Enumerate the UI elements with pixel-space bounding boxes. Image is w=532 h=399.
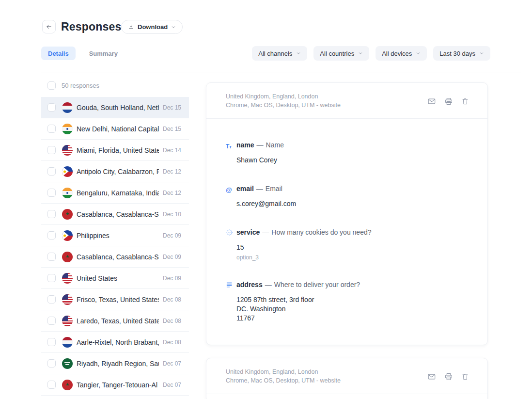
row-checkbox[interactable] (47, 295, 56, 303)
response-location: Casablanca, Casablanca-Sett… (77, 210, 159, 218)
download-button[interactable]: Download (121, 20, 183, 34)
response-list-item[interactable]: Miami, Florida, United StatesDec 14 (41, 140, 189, 161)
field-question: Email (266, 185, 282, 192)
response-list-item[interactable]: Gouda, South Holland, Netherl…Dec 15 (41, 97, 189, 118)
row-checkbox[interactable] (47, 338, 56, 346)
field-service: service—How many cookies do you need?15o… (226, 228, 468, 261)
delete-response-icon[interactable] (461, 372, 469, 381)
row-checkbox[interactable] (47, 253, 56, 261)
chevron-down-icon (296, 51, 301, 56)
flag-us-icon (62, 145, 73, 156)
row-checkbox[interactable] (47, 317, 56, 325)
row-checkbox[interactable] (47, 381, 56, 389)
delete-response-icon[interactable] (461, 97, 469, 106)
response-date: Dec 14 (163, 147, 181, 154)
field-address: address—Where to deliver your order?1205… (226, 281, 468, 323)
response-card: United Kingdom, England, LondonChrome, M… (206, 82, 488, 345)
field-name: Tтname—NameShawn Corey (226, 141, 468, 165)
download-label: Download (138, 23, 168, 31)
row-checkbox[interactable] (47, 189, 56, 197)
response-location: Philippines (77, 232, 159, 239)
print-response-icon[interactable] (444, 97, 453, 106)
row-checkbox[interactable] (47, 103, 56, 112)
response-date: Dec 15 (163, 104, 181, 111)
field-label: email—Email (236, 185, 468, 192)
response-list-item[interactable]: United StatesDec 09 (41, 268, 189, 289)
back-button[interactable] (42, 20, 56, 33)
field-answer: DC. Washington (236, 304, 468, 314)
response-location: Frisco, Texas, United States (77, 296, 159, 303)
email-response-icon[interactable] (427, 97, 436, 106)
flag-ph-icon (62, 230, 73, 241)
response-location: Bengaluru, Karnataka, India (77, 189, 159, 197)
card-header: United Kingdom, England, LondonChrome, M… (206, 358, 487, 394)
responses-list: 50 responses Gouda, South Holland, Nethe… (41, 78, 189, 396)
response-list-item[interactable]: Laredo, Texas, United StatesDec 08 (41, 310, 189, 332)
response-detail-panel: United Kingdom, England, LondonChrome, M… (206, 82, 488, 399)
card-actions (427, 97, 469, 106)
response-list-item[interactable]: Riyadh, Riyadh Region, Saudi …Dec 07 (41, 353, 189, 374)
response-list-item[interactable]: PhilippinesDec 09 (41, 225, 189, 246)
response-list-item[interactable]: New Delhi, National Capital Ter…Dec 15 (41, 118, 189, 140)
field-email: @email—Emails.corey@gmail.com (226, 185, 468, 208)
response-date: Dec 08 (163, 296, 181, 303)
field-separator: — (262, 228, 269, 236)
chevron-down-icon (479, 51, 484, 56)
row-checkbox[interactable] (47, 167, 56, 176)
tab-details[interactable]: Details (41, 47, 76, 60)
row-checkbox[interactable] (47, 125, 56, 133)
select-all-checkbox[interactable] (47, 81, 56, 90)
filter-all-channels[interactable]: All channels (252, 46, 307, 61)
card-body (206, 394, 487, 399)
card-header: United Kingdom, England, LondonChrome, M… (206, 83, 487, 119)
flag-in-icon (62, 188, 73, 198)
response-date: Dec 08 (163, 339, 181, 346)
response-list-item[interactable]: ★Casablanca, Casablanca-Sett…Dec 10 (41, 204, 189, 225)
filter-last-30-days[interactable]: Last 30 days (433, 46, 490, 61)
field-separator: — (256, 185, 263, 192)
text-field-icon: Tт (226, 142, 232, 150)
field-answer: 11767 (236, 314, 468, 323)
filter-label: Last 30 days (439, 50, 475, 57)
email-response-icon[interactable] (427, 372, 436, 381)
respondent-meta: United Kingdom, England, LondonChrome, M… (226, 368, 341, 385)
response-list-item[interactable]: Aarle-Rixtel, North Brabant, N…Dec 08 (41, 332, 189, 353)
response-location: Tangier, Tanger-Tetouan-Al Ho… (77, 381, 159, 389)
back-arrow-icon (46, 23, 52, 30)
response-list-item[interactable]: Frisco, Texas, United StatesDec 08 (41, 289, 189, 310)
field-key: name (236, 141, 254, 149)
response-date: Dec 09 (163, 275, 181, 282)
row-checkbox[interactable] (47, 146, 56, 154)
long-text-field-icon (226, 281, 233, 288)
filter-all-devices[interactable]: All devices (376, 46, 427, 61)
flag-ma-icon: ★ (62, 380, 73, 390)
list-header: 50 responses (41, 78, 189, 93)
response-list-item[interactable]: Antipolo City, Calabarzon, Phili…Dec 12 (41, 161, 189, 182)
responses-count: 50 responses (62, 82, 99, 89)
filter-label: All devices (382, 50, 412, 57)
response-card: United Kingdom, England, LondonChrome, M… (206, 358, 488, 399)
response-date: Dec 08 (163, 318, 181, 324)
tab-summary[interactable]: Summary (82, 47, 125, 60)
response-list-item[interactable]: ★Casablanca, Casablanca-Sett…Dec 09 (41, 246, 189, 268)
flag-ma-icon: ★ (62, 209, 73, 220)
row-checkbox[interactable] (47, 274, 56, 282)
print-response-icon[interactable] (444, 372, 453, 381)
response-list-item[interactable]: ★Tangier, Tanger-Tetouan-Al Ho…Dec 07 (41, 374, 189, 396)
response-list-item[interactable]: Bengaluru, Karnataka, IndiaDec 12 (41, 182, 189, 204)
flag-nl-icon (62, 337, 73, 348)
row-checkbox[interactable] (47, 210, 56, 218)
response-location: Casablanca, Casablanca-Sett… (77, 253, 159, 261)
row-checkbox[interactable] (47, 359, 56, 367)
filter-bar: All channelsAll countriesAll devicesLast… (252, 46, 490, 61)
flag-nl-icon (62, 102, 73, 113)
email-field-icon: @ (226, 185, 232, 194)
flag-sa-icon (62, 358, 73, 369)
response-date: Dec 12 (163, 168, 181, 175)
field-label: address—Where to deliver your order? (236, 281, 468, 288)
response-location: New Delhi, National Capital Ter… (77, 125, 159, 133)
row-checkbox[interactable] (47, 231, 56, 239)
filter-all-countries[interactable]: All countries (313, 46, 369, 61)
field-answer: s.corey@gmail.com (236, 199, 468, 208)
tab-bar: DetailsSummary (41, 47, 125, 60)
